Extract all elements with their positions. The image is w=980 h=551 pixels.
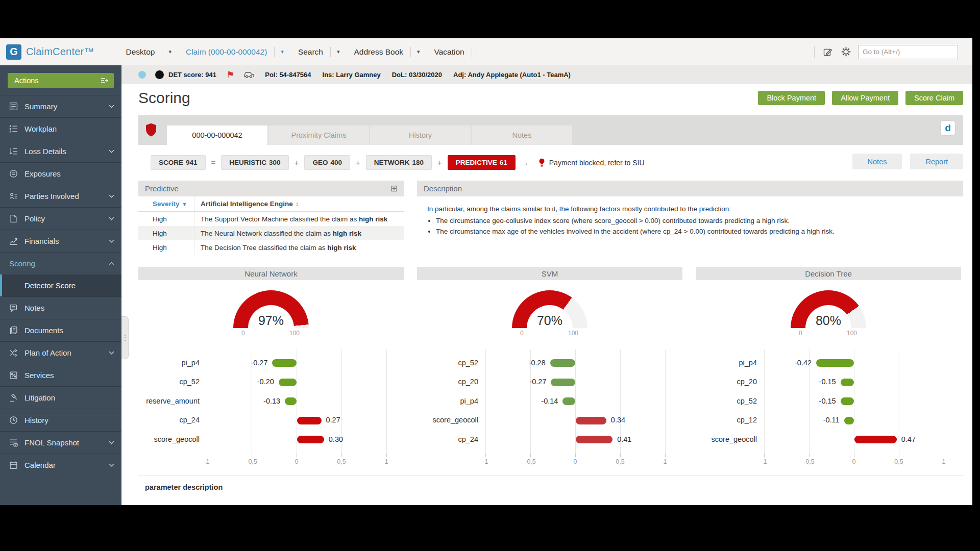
- score-pill-heuristic: HEURISTIC300: [221, 155, 288, 170]
- axis-tick: [386, 454, 387, 457]
- factor-value: -0.15: [819, 397, 836, 405]
- chevron-down-icon: [109, 463, 114, 467]
- sidebar-item-summary[interactable]: Summary: [0, 95, 121, 117]
- engine-emphasis: high risk: [327, 244, 356, 252]
- factor-label: score_geocoll: [696, 435, 757, 443]
- factor-value: -0.42: [795, 359, 812, 367]
- sidebar-item-plan-of-action[interactable]: Plan of Action: [0, 341, 121, 364]
- sidebar-item-financials[interactable]: Financials: [0, 230, 121, 252]
- score-claim-button[interactable]: Score Claim: [905, 91, 963, 105]
- pill-label: PREDICTIVE: [456, 159, 497, 166]
- factor-bar: [576, 417, 606, 424]
- model-chart-svm: SVM70%0100-1-0,500,51cp_52-0.28cp_20-0.2…: [417, 267, 682, 474]
- score-side-buttons: Notes Report: [852, 154, 963, 169]
- predictive-row[interactable]: HighThe Neural Network classified the cl…: [138, 226, 404, 240]
- claimcenter-app: G ClaimCenter™ Desktop▾Claim (000-00-000…: [0, 38, 972, 505]
- history-icon: [9, 416, 18, 424]
- factor-bars: -1-0,500,51cp_52-0.28cp_20-0.27pi_p4-0.1…: [417, 346, 682, 474]
- gauge-97: 97%: [233, 290, 309, 328]
- tab-history[interactable]: History: [370, 126, 471, 145]
- menu-address-book[interactable]: Address Book▾: [347, 38, 427, 65]
- pill-label: HEURISTIC: [229, 159, 266, 166]
- chevron-down-icon[interactable]: ▾: [162, 47, 172, 57]
- fnol-snapshot-icon: [9, 438, 18, 447]
- score-pill-predictive: PREDICTIVE61: [448, 155, 516, 170]
- gauge-max-label: 100: [847, 330, 857, 337]
- block-payment-button[interactable]: Block Payment: [758, 91, 825, 105]
- goto-input[interactable]: [858, 45, 958, 59]
- menu-vacation[interactable]: Vacation: [427, 38, 472, 65]
- chevron-down-icon[interactable]: ▾: [330, 47, 340, 57]
- sidebar-collapse-handle[interactable]: [121, 316, 129, 359]
- claim-field: Adj: Andy Applegate (Auto1 - TeamA): [453, 71, 571, 79]
- actions-button[interactable]: Actions: [8, 73, 114, 88]
- claim-field-label: Adj:: [453, 71, 468, 79]
- sidebar-item-workplan[interactable]: Workplan: [0, 117, 121, 140]
- column-header-severity[interactable]: Severity▼: [138, 196, 194, 212]
- axis-tick-label: 0: [286, 458, 307, 465]
- plan-of-action-icon: [9, 348, 18, 357]
- factor-bar: [854, 436, 897, 443]
- summary-icon: [9, 102, 18, 111]
- sidebar-item-label: Scoring: [9, 259, 109, 268]
- menu-claim-000-00-000042-[interactable]: Claim (000-00-000042)▾: [179, 38, 291, 65]
- engine-text: The Decision Tree classified the claim a…: [201, 244, 327, 252]
- sidebar-item-litigation[interactable]: Litigation: [0, 386, 121, 409]
- allow-payment-button[interactable]: Allow Payment: [832, 91, 898, 105]
- chevron-down-icon[interactable]: ▾: [274, 47, 284, 57]
- sidebar-item-documents[interactable]: Documents: [0, 319, 121, 341]
- sidebar-item-parties-involved[interactable]: Parties Involved: [0, 185, 121, 207]
- factor-value: -0.27: [251, 359, 267, 367]
- screen: G ClaimCenter™ Desktop▾Claim (000-00-000…: [0, 0, 980, 551]
- compose-note-icon[interactable]: [822, 46, 834, 58]
- factor-label: cp_52: [138, 378, 200, 386]
- tab-000-00-000042[interactable]: 000-00-000042: [167, 126, 267, 145]
- factor-label: cp_52: [696, 397, 757, 405]
- gear-icon[interactable]: [840, 46, 851, 58]
- gridline: [665, 349, 666, 454]
- sidebar-item-loss-details[interactable]: Loss Details: [0, 140, 121, 162]
- gauge-percentage: 80%: [791, 313, 866, 328]
- sidebar-item-exposures[interactable]: Exposures: [0, 162, 121, 185]
- sidebar-item-label: Exposures: [24, 169, 114, 178]
- sidebar-item-fnol-snapshot[interactable]: FNOL Snapshot: [0, 431, 121, 454]
- sidebar-item-scoring[interactable]: Scoring: [0, 252, 121, 274]
- axis-tick-label: -1: [754, 458, 774, 465]
- table-grid-icon[interactable]: ⊞: [390, 183, 398, 194]
- predictive-row[interactable]: HighThe Decision Tree classified the cla…: [138, 240, 404, 255]
- sidebar-item-calendar[interactable]: Calendar: [0, 454, 121, 476]
- model-charts-row: Neural Network97%0100-1-0,500,51pi_p4-0.…: [138, 267, 963, 474]
- letterbox-bottom: [0, 505, 980, 551]
- det-score: DET score: 941: [168, 71, 216, 79]
- tab-notes[interactable]: Notes: [472, 126, 572, 145]
- chevron-up-icon: [109, 262, 114, 265]
- predictive-row[interactable]: HighThe Support Vector Machine classifie…: [138, 212, 404, 227]
- notes-button[interactable]: Notes: [852, 154, 902, 169]
- claim-fields: Pol: 54-847564Ins: Larry GamneyDoL: 03/3…: [265, 71, 582, 79]
- red-flag-icon: ⚑: [227, 70, 234, 79]
- letterbox-top: [0, 0, 980, 38]
- sidebar-item-label: Documents: [24, 326, 114, 335]
- axis-tick: [944, 454, 944, 457]
- sidebar-item-history[interactable]: History: [0, 409, 121, 431]
- tab-proximity-claims[interactable]: Proximity Claims: [268, 126, 369, 145]
- sidebar-item-detector-score[interactable]: Detector Score: [0, 274, 121, 296]
- equation-operator: =: [211, 158, 216, 167]
- sidebar-item-services[interactable]: Services: [0, 364, 121, 386]
- guidewire-logo-icon[interactable]: G: [6, 44, 21, 60]
- gauge-block: 70%0100: [417, 280, 682, 346]
- factor-bars: -1-0,500,51pi_p4-0.42cp_20-0.15cp_52-0.1…: [696, 346, 961, 474]
- report-button[interactable]: Report: [910, 154, 963, 169]
- chevron-down-icon[interactable]: ▾: [410, 47, 420, 57]
- gauge-min-label: 0: [799, 330, 802, 337]
- column-header-engine[interactable]: Artificial Intelligence Engine↕: [194, 196, 404, 212]
- menu-desktop[interactable]: Desktop▾: [119, 38, 179, 65]
- menu-search[interactable]: Search▾: [291, 38, 347, 65]
- claim-field-value: Larry Gamney: [336, 71, 380, 79]
- sidebar-item-notes[interactable]: Notes: [0, 296, 121, 319]
- axis-tick-label: 0: [844, 458, 864, 465]
- sidebar-item-policy[interactable]: Policy: [0, 207, 121, 230]
- detector-vendor-logo[interactable]: d: [941, 121, 955, 135]
- axis-tick: [854, 454, 854, 457]
- chevron-down-icon: [109, 105, 114, 108]
